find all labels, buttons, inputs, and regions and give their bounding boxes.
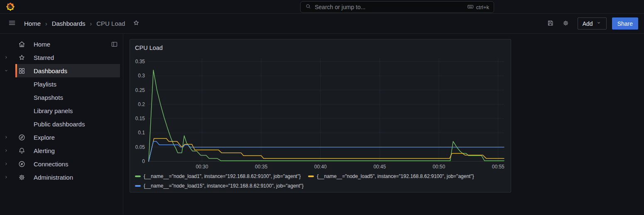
y-tick-label: 0.2 [138,101,145,107]
legend-swatch [308,175,314,177]
search-input[interactable]: Search or jump to... ctrl+k [300,1,494,13]
nav-actions: Add Share [544,17,638,30]
search-shortcut: ctrl+k [467,3,489,11]
dashboard-nav-bar: Home›Dashboards›CPU Load Add Share [0,14,644,34]
breadcrumb-item-dashboards[interactable]: Dashboards [52,20,86,27]
dock-menu-icon[interactable] [111,41,118,48]
sidebar-item-label: Starred [34,54,54,61]
sidebar-item-home[interactable]: Home [0,37,123,51]
chevron-right-icon[interactable] [3,161,9,167]
sidebar-item-playlists[interactable]: Playlists [0,77,123,91]
save-dashboard-button[interactable] [544,17,557,30]
breadcrumb-separator: › [90,20,92,27]
sidebar-item-label: Snapshots [34,94,63,101]
keyboard-icon [467,3,474,11]
search-icon [305,3,311,11]
search-placeholder: Search or jump to... [315,4,464,10]
chevron-down-icon[interactable] [3,68,9,74]
sidebar-item-snapshots[interactable]: Snapshots [0,91,123,104]
legend-item-node_load5[interactable]: {__name__="node_load5", instance="192.16… [308,172,474,181]
legend-label: {__name__="node_load1", instance="192.16… [144,172,301,181]
y-tick-label: 0.1 [138,130,145,136]
sidebar-item-label: Connections [34,161,68,168]
sidebar-item-dashboards[interactable]: Dashboards [0,64,123,77]
grafana-logo-icon[interactable] [6,2,15,11]
hamburger-icon [8,19,16,28]
bell-icon [18,147,26,155]
dashboard-settings-button[interactable] [560,17,572,30]
gear-icon [18,173,26,181]
sidebar-item-label: Playlists [34,81,56,88]
sidebar-item-public-dashboards[interactable]: Public dashboards [0,117,123,131]
y-tick-label: 0.15 [135,116,145,121]
share-button[interactable]: Share [612,17,638,30]
x-tick-label: 00:30 [196,164,208,170]
sidebar: HomeStarredDashboardsPlaylistsSnapshotsL… [0,34,123,215]
sidebar-item-label: Dashboards [34,67,67,74]
legend-swatch [135,175,141,177]
main-layout: HomeStarredDashboardsPlaylistsSnapshotsL… [0,34,644,215]
sidebar-item-explore[interactable]: Explore [0,131,123,144]
sidebar-item-label: Administration [34,174,73,181]
x-tick-label: 00:45 [373,164,386,170]
add-button-label: Add [583,20,593,27]
sidebar-item-library-panels[interactable]: Library panels [0,104,123,117]
x-tick-label: 00:40 [314,164,327,170]
cpu-load-chart[interactable]: 00.050.10.150.20.250.30.3500:3000:3500:4… [135,53,506,171]
legend-item-node_load1[interactable]: {__name__="node_load1", instance="192.16… [135,172,301,181]
gear-icon [562,20,569,28]
star-icon [18,54,26,62]
sidebar-item-alerting[interactable]: Alerting [0,144,123,157]
legend-label: {__name__="node_load15", instance="192.1… [144,181,304,190]
apps-icon [18,67,26,75]
x-tick-label: 00:50 [433,164,445,170]
chevron-right-icon[interactable] [3,54,9,60]
sidebar-item-administration[interactable]: Administration [0,171,123,184]
x-tick-label: 00:35 [255,164,267,170]
sidebar-item-starred[interactable]: Starred [0,51,123,64]
plug-icon [18,160,26,168]
legend-swatch [135,185,141,187]
breadcrumb-separator: › [45,20,47,27]
y-tick-label: 0.25 [135,87,145,93]
breadcrumb-item-cpu-load: CPU Load [96,20,125,27]
sidebar-item-label: Home [34,41,50,48]
chevron-right-icon[interactable] [3,148,9,153]
legend-label: {__name__="node_load5", instance="192.16… [317,172,474,181]
sidebar-item-label: Alerting [34,147,55,154]
y-tick-label: 0.05 [135,144,145,150]
cpu-load-panel: CPU Load 00.050.10.150.20.250.30.3500:30… [130,39,511,193]
y-tick-label: 0.3 [138,73,145,79]
breadcrumb-item-home[interactable]: Home [24,20,41,27]
save-icon [547,20,554,28]
add-button[interactable]: Add [578,17,607,30]
share-button-label: Share [617,20,633,27]
favorite-dashboard-button[interactable] [130,17,142,30]
sidebar-item-label: Library panels [34,107,73,114]
chevron-down-icon [596,20,602,27]
chart-legend: {__name__="node_load1", instance="192.16… [135,172,506,190]
chevron-right-icon[interactable] [3,134,9,140]
sidebar-item-label: Public dashboards [34,121,85,128]
star-icon [132,19,140,28]
content-area: CPU Load 00.050.10.150.20.250.30.3500:30… [123,34,644,215]
top-bar: Search or jump to... ctrl+k [0,0,644,14]
breadcrumb: Home›Dashboards›CPU Load [24,20,125,27]
search-shortcut-label: ctrl+k [476,4,489,10]
x-tick-label: 00:55 [492,164,504,170]
sidebar-item-connections[interactable]: Connections [0,157,123,171]
chevron-right-icon[interactable] [3,174,9,180]
legend-item-node_load15[interactable]: {__name__="node_load15", instance="192.1… [135,181,304,190]
sidebar-item-label: Explore [34,134,55,141]
y-tick-label: 0 [142,158,145,164]
home-icon [18,40,26,48]
panel-title[interactable]: CPU Load [135,42,506,53]
mega-menu-toggle-button[interactable] [6,17,18,30]
y-tick-label: 0.35 [135,59,145,64]
compass-icon [18,133,26,141]
